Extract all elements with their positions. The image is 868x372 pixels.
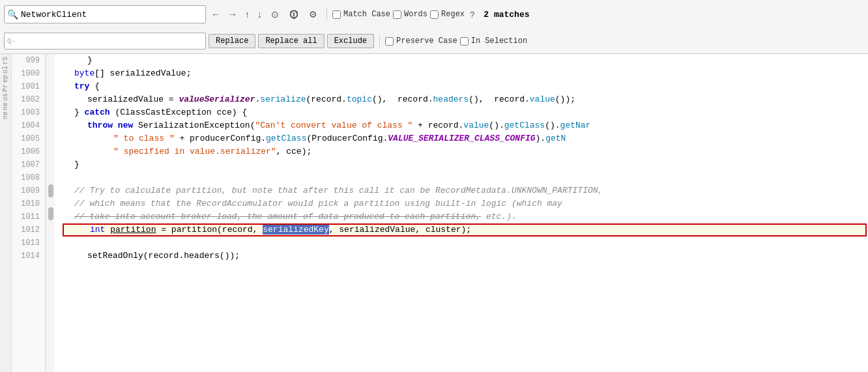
regex-label[interactable]: Regex <box>430 10 465 19</box>
nav-prev-button[interactable]: ← <box>209 8 223 21</box>
settings-button[interactable]: ⚙ <box>305 7 321 21</box>
line-numbers: 999 1000 1001 1002 1003 1004 1005 1006 1… <box>12 54 46 372</box>
code-line-1005: " to class " + producerConfig.getClass(P… <box>61 132 868 145</box>
sidebar-letter-pr: Pr <box>3 84 9 92</box>
search-icon: 🔍 <box>7 9 18 20</box>
line-num-1010: 1010 <box>12 197 45 210</box>
replace-input[interactable] <box>18 36 203 46</box>
preserve-case-label[interactable]: Preserve Case <box>385 36 457 46</box>
line-num-1014: 1014 <box>12 250 45 263</box>
line-num-1003: 1003 <box>12 106 45 119</box>
line-num-1000: 1000 <box>12 67 45 80</box>
nav-up-button[interactable]: ↑ <box>242 8 252 21</box>
line-num-999: 999 <box>12 54 45 67</box>
nav-down-button[interactable]: ↓ <box>255 8 265 21</box>
sidebar-letter-rs: rS <box>3 57 9 64</box>
sidebar-letter-us: us <box>3 93 9 101</box>
code-line-1009: // Try to calculate partition, but note … <box>61 184 868 197</box>
matches-count: 2 matches <box>484 10 529 20</box>
code-line-1007: } <box>61 158 868 171</box>
scroll-thumb-2 <box>48 207 53 220</box>
sidebar-letter-ne: ne <box>3 102 9 110</box>
line-num-1011: 1011 <box>12 210 45 223</box>
code-line-1006: " specified in value.serializer", cce); <box>61 145 868 158</box>
app-root: 🔍 ← → ↑ ↓ ⊙ ⏼ ⚙ Match Case Words <box>0 0 868 372</box>
code-line-999: } <box>61 54 868 67</box>
editor-area: rS ol ep Pr us ne ne 999 1000 1001 1002 … <box>0 54 868 372</box>
find-usages-button[interactable]: ⊙ <box>267 7 283 21</box>
line-num-1012: 1012 <box>12 223 45 236</box>
code-line-1008 <box>61 171 868 184</box>
code-line-1000: byte[] serializedValue; <box>61 67 868 80</box>
code-area[interactable]: } byte[] serializedValue; try { serializ… <box>55 54 868 372</box>
match-case-label[interactable]: Match Case <box>332 10 390 19</box>
help-button[interactable]: ? <box>467 9 477 20</box>
code-line-1012: int partition = partition(record, serial… <box>63 223 867 236</box>
line-num-1001: 1001 <box>12 80 45 93</box>
line-num-1002: 1002 <box>12 93 45 106</box>
code-line-1002: serializedValue = valueSerializer.serial… <box>61 93 868 106</box>
line-num-1007: 1007 <box>12 158 45 171</box>
toolbar: 🔍 ← → ↑ ↓ ⊙ ⏼ ⚙ Match Case Words <box>0 0 868 54</box>
sidebar-letter-ne2: ne <box>3 111 9 119</box>
code-line-1004: throw new SerializationException("Can't … <box>61 119 868 132</box>
line-num-1013: 1013 <box>12 236 45 250</box>
words-checkbox[interactable] <box>393 10 401 19</box>
line-num-1004: 1004 <box>12 119 45 132</box>
filter-button[interactable]: ⏼ <box>285 7 302 21</box>
code-line-1011: // take into account broker load, the am… <box>61 210 868 223</box>
separator-1 <box>326 8 327 21</box>
sidebar-letter-ep: ep <box>3 75 9 83</box>
replace-search-icon: Q- <box>7 37 16 45</box>
replace-all-button[interactable]: Replace all <box>258 34 324 48</box>
code-line-1013 <box>61 236 868 250</box>
replace-input-box: Q- <box>4 33 206 50</box>
toolbar-row-search: 🔍 ← → ↑ ↓ ⊙ ⏼ ⚙ Match Case Words <box>0 0 868 29</box>
code-line-1014: setReadOnly(record.headers()); <box>61 250 868 263</box>
scroll-gutter[interactable] <box>46 54 55 372</box>
search-box: 🔍 <box>4 5 206 23</box>
search-input[interactable] <box>21 10 203 20</box>
sidebar-letter-ol: ol <box>3 66 9 74</box>
nav-next-button[interactable]: → <box>225 8 240 21</box>
line-num-1006: 1006 <box>12 145 45 158</box>
line-num-1008: 1008 <box>12 171 45 184</box>
line-num-1009: 1009 <box>12 184 45 197</box>
words-label[interactable]: Words <box>393 10 427 19</box>
code-line-1003: } catch (ClassCastException cce) { <box>61 106 868 119</box>
left-sidebar: rS ol ep Pr us ne ne <box>0 54 12 372</box>
replace-button[interactable]: Replace <box>209 34 255 48</box>
in-selection-label[interactable]: In Selection <box>460 36 527 46</box>
preserve-case-checkbox[interactable] <box>385 37 394 46</box>
separator-2 <box>379 35 380 48</box>
match-case-checkbox[interactable] <box>332 10 341 19</box>
code-line-1010: // which means that the RecordAccumulato… <box>61 197 868 210</box>
scroll-thumb-1 <box>48 184 53 197</box>
code-line-1001: try { <box>61 80 868 93</box>
in-selection-checkbox[interactable] <box>460 37 469 46</box>
regex-checkbox[interactable] <box>430 10 439 19</box>
exclude-button[interactable]: Exclude <box>327 34 374 48</box>
toolbar-row-replace: Q- Replace Replace all Exclude Preserve … <box>0 29 868 53</box>
line-num-1005: 1005 <box>12 132 45 145</box>
